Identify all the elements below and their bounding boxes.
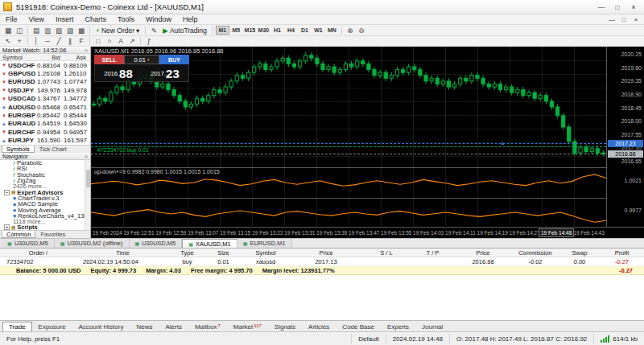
chart-tab[interactable]: ▦ EURUSD,M1: [237, 239, 292, 248]
navigator-scrollbar[interactable]: [85, 160, 90, 230]
timeframe-button[interactable]: M30: [257, 26, 270, 35]
chart-tab[interactable]: ▦ U30USD,M2 (offline): [55, 239, 130, 248]
maximize-button[interactable]: □: [610, 2, 625, 12]
chart-tab[interactable]: ▦ U30USD,M5: [2, 239, 55, 248]
vertical-line-icon[interactable]: │: [31, 37, 42, 46]
menu-item[interactable]: View: [23, 14, 50, 24]
navigator-tree-item[interactable]: ƒ Parabolic: [0, 160, 85, 166]
close-button[interactable]: ×: [626, 2, 641, 12]
close-icon[interactable]: ×: [85, 154, 88, 159]
new-order-button[interactable]: + New Order ▾: [93, 26, 142, 35]
terminal-tab[interactable]: News: [130, 322, 159, 331]
timeframe-button[interactable]: M1: [216, 26, 229, 35]
chart-tab[interactable]: ▦ XAUUSD,M1: [182, 239, 237, 248]
timeframe-button[interactable]: M5: [229, 26, 243, 35]
market-watch-tab[interactable]: Symbols: [2, 146, 35, 153]
menu-item[interactable]: Charts: [79, 14, 112, 24]
timeframe-button[interactable]: MN: [325, 26, 339, 35]
market-watch-tab[interactable]: Tick Chart: [35, 146, 72, 153]
menu-item[interactable]: Window: [140, 14, 177, 24]
profiles-icon[interactable]: ◫: [14, 26, 25, 35]
zoom-out-icon[interactable]: ⊖: [356, 26, 367, 35]
timeframe-button[interactable]: H1: [270, 26, 284, 35]
market-watch-row[interactable]: ▼ GBPUSD 1.26108 1.26110: [0, 69, 90, 77]
channel-icon[interactable]: ∥: [64, 37, 76, 46]
buy-button[interactable]: BUY: [159, 55, 189, 64]
chart-tab[interactable]: ▦ U30USD,M5: [130, 239, 183, 248]
navigator-tab[interactable]: Common: [2, 231, 35, 238]
navigator-toggle-icon[interactable]: ▧: [53, 26, 64, 35]
navigator-tree-item[interactable]: 1118 more...: [0, 219, 85, 224]
menu-item[interactable]: File: [0, 14, 23, 24]
terminal-tab[interactable]: Signals: [268, 322, 302, 331]
navigator-tree-item[interactable]: + ▤ Scripts: [0, 224, 85, 230]
tree-expander-icon[interactable]: −: [4, 190, 10, 195]
chart-restore-button[interactable]: □: [618, 15, 630, 24]
market-watch-row[interactable]: ▼ EURCHF 0.94954 0.94957: [0, 128, 90, 136]
strategy-tester-icon[interactable]: ▩: [76, 26, 87, 35]
order-row[interactable]: 72334702 2024.02.19 14:50:04 buy 0.01 xa…: [0, 257, 644, 266]
terminal-tab[interactable]: Exposure: [32, 322, 72, 331]
terminal-tab[interactable]: Experts: [381, 322, 415, 331]
terminal-tab[interactable]: Account History: [72, 322, 130, 331]
arrows-tool-icon[interactable]: ↗: [126, 37, 138, 46]
sell-button[interactable]: SELL: [94, 55, 124, 64]
scrollbar-thumb[interactable]: [86, 170, 90, 187]
navigator-panel: Navigator × ƒ Parabolic ƒ RSI: [0, 153, 91, 238]
terminal-tab[interactable]: Articles: [302, 322, 336, 331]
horizontal-line-icon[interactable]: ─: [42, 37, 53, 46]
close-icon[interactable]: ×: [85, 47, 88, 53]
autotrading-button[interactable]: ▶ AutoTrading: [159, 26, 210, 35]
fibonacci-icon[interactable]: F: [76, 37, 87, 46]
navigator-tab[interactable]: Favorites: [35, 231, 70, 238]
timeframe-button[interactable]: D1: [298, 26, 312, 35]
time-axis[interactable]: 19 Feb 2024 19 Feb 12:51 19 Feb 12:59 19…: [91, 228, 606, 238]
menu-item[interactable]: Tools: [112, 14, 140, 24]
new-chart-icon[interactable]: ▦: [2, 26, 14, 35]
market-watch-row[interactable]: ▼ EURGBP 0.85442 0.85444: [0, 111, 90, 119]
market-watch-row[interactable]: ▼ USDJPY 149.976 149.978: [0, 86, 90, 94]
terminal-tab[interactable]: Trade: [2, 322, 32, 331]
text-tool-icon[interactable]: A: [115, 37, 126, 46]
timeframe-button[interactable]: W1: [312, 26, 325, 35]
terminal-tab[interactable]: Alerts: [159, 322, 188, 331]
zoom-in-icon[interactable]: ⊕: [345, 26, 356, 35]
timeframe-button[interactable]: M15: [243, 26, 257, 35]
market-watch-row[interactable]: ▼ USDCHF 0.88104 0.88109: [0, 61, 90, 69]
market-watch-row[interactable]: ▲ EURAUD 1.64519 1.64530: [0, 120, 90, 128]
indicator-pane-1[interactable]: up-down+=9 0.9982 0.9980 1.0015 1.0015 1…: [91, 168, 606, 197]
terminal-toggle-icon[interactable]: ▨: [64, 26, 76, 35]
metaeditor-icon[interactable]: ✎: [148, 26, 159, 35]
navigator-tree-item[interactable]: ƒ Stochastic: [0, 172, 85, 178]
indicator-pane-2[interactable]: [91, 199, 606, 226]
market-watch-toggle-icon[interactable]: ▤: [31, 26, 42, 35]
terminal-tab[interactable]: Journal: [415, 322, 449, 331]
ellipse-icon[interactable]: ○: [104, 37, 115, 46]
position-open-line[interactable]: [91, 146, 606, 147]
tree-expander-icon[interactable]: +: [4, 224, 10, 230]
chart-close-button[interactable]: ×: [630, 15, 642, 24]
chart-minimize-button[interactable]: —: [606, 15, 617, 24]
price-axis[interactable]: 2020.25 2019.80 2019.35 2018.90 2018.45 …: [606, 47, 644, 227]
market-watch-row[interactable]: ▼ EURUSD 1.07743 1.07747: [0, 78, 90, 86]
market-watch-row[interactable]: ▼ USDCAD 1.34767 1.34772: [0, 95, 90, 103]
timeframe-button[interactable]: H4: [284, 26, 298, 35]
trendline-icon[interactable]: ╱: [53, 37, 64, 46]
title-bar[interactable]: 5191918: Coinexx-Demo - Coinexx Ltd - [X…: [0, 0, 644, 14]
status-profile[interactable]: Default: [352, 334, 386, 344]
terminal-tab[interactable]: Code Base: [336, 322, 381, 331]
market-watch-row[interactable]: ▲ EURJPY 161.590 161.597: [0, 137, 90, 145]
terminal-tab[interactable]: Market 117: [227, 322, 268, 331]
crosshair-icon[interactable]: +: [14, 37, 25, 46]
data-window-toggle-icon[interactable]: ▥: [42, 26, 53, 35]
minimize-button[interactable]: —: [594, 2, 609, 12]
rectangle-icon[interactable]: □: [93, 37, 104, 46]
menu-item[interactable]: Insert: [50, 14, 80, 24]
terminal-tab[interactable]: Mailbox 7: [188, 322, 227, 331]
market-watch-row[interactable]: ▲ AUDUSD 0.65468 0.65471: [0, 103, 90, 111]
lot-size-input[interactable]: 0.01 ▾: [124, 55, 159, 64]
cursor-icon[interactable]: ↖: [2, 37, 14, 46]
menu-item[interactable]: Help: [177, 14, 204, 24]
price-pane[interactable]: #72334702 buy 0.01 ▲ XAUUSD,M1 2016.95 2…: [91, 47, 606, 167]
indicators-icon[interactable]: ƒ: [143, 37, 155, 46]
